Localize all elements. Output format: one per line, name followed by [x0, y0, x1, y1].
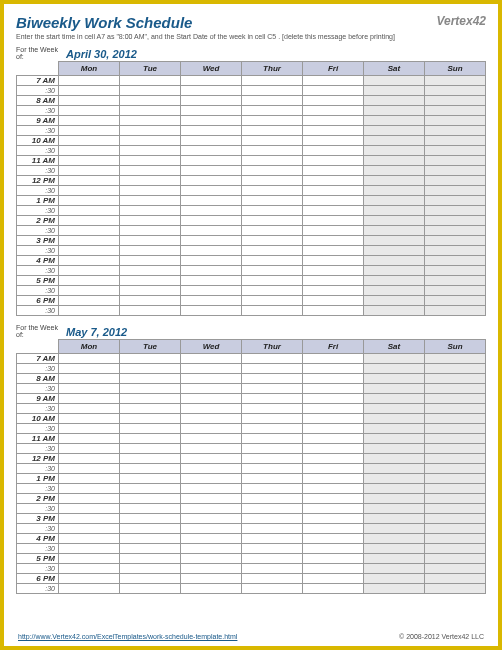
schedule-cell[interactable]	[181, 226, 242, 236]
schedule-cell[interactable]	[425, 86, 486, 96]
schedule-cell[interactable]	[364, 106, 425, 116]
schedule-cell[interactable]	[59, 554, 120, 564]
schedule-cell[interactable]	[303, 116, 364, 126]
schedule-cell[interactable]	[303, 136, 364, 146]
schedule-cell[interactable]	[425, 206, 486, 216]
schedule-cell[interactable]	[242, 196, 303, 206]
schedule-cell[interactable]	[425, 484, 486, 494]
schedule-cell[interactable]	[181, 434, 242, 444]
schedule-cell[interactable]	[303, 564, 364, 574]
schedule-cell[interactable]	[242, 434, 303, 444]
schedule-cell[interactable]	[181, 454, 242, 464]
schedule-cell[interactable]	[181, 474, 242, 484]
schedule-cell[interactable]	[181, 374, 242, 384]
schedule-cell[interactable]	[425, 394, 486, 404]
schedule-cell[interactable]	[181, 196, 242, 206]
schedule-cell[interactable]	[181, 286, 242, 296]
schedule-cell[interactable]	[181, 176, 242, 186]
schedule-cell[interactable]	[425, 146, 486, 156]
schedule-cell[interactable]	[242, 76, 303, 86]
schedule-cell[interactable]	[120, 186, 181, 196]
schedule-cell[interactable]	[425, 126, 486, 136]
schedule-cell[interactable]	[425, 296, 486, 306]
schedule-cell[interactable]	[181, 86, 242, 96]
schedule-cell[interactable]	[120, 544, 181, 554]
schedule-cell[interactable]	[303, 296, 364, 306]
schedule-cell[interactable]	[120, 106, 181, 116]
schedule-cell[interactable]	[181, 296, 242, 306]
schedule-cell[interactable]	[242, 176, 303, 186]
schedule-cell[interactable]	[242, 86, 303, 96]
schedule-cell[interactable]	[364, 116, 425, 126]
schedule-cell[interactable]	[181, 156, 242, 166]
schedule-cell[interactable]	[364, 574, 425, 584]
schedule-cell[interactable]	[242, 246, 303, 256]
schedule-cell[interactable]	[59, 256, 120, 266]
schedule-cell[interactable]	[181, 276, 242, 286]
schedule-cell[interactable]	[364, 196, 425, 206]
schedule-cell[interactable]	[425, 564, 486, 574]
schedule-cell[interactable]	[303, 474, 364, 484]
schedule-cell[interactable]	[242, 454, 303, 464]
schedule-cell[interactable]	[120, 76, 181, 86]
schedule-cell[interactable]	[303, 534, 364, 544]
schedule-cell[interactable]	[303, 96, 364, 106]
schedule-cell[interactable]	[425, 276, 486, 286]
schedule-cell[interactable]	[303, 276, 364, 286]
schedule-cell[interactable]	[120, 126, 181, 136]
schedule-cell[interactable]	[425, 96, 486, 106]
schedule-cell[interactable]	[242, 216, 303, 226]
schedule-cell[interactable]	[364, 584, 425, 594]
schedule-cell[interactable]	[364, 494, 425, 504]
schedule-cell[interactable]	[242, 544, 303, 554]
schedule-cell[interactable]	[303, 484, 364, 494]
schedule-cell[interactable]	[425, 196, 486, 206]
schedule-cell[interactable]	[364, 176, 425, 186]
schedule-cell[interactable]	[120, 156, 181, 166]
schedule-cell[interactable]	[59, 76, 120, 86]
schedule-cell[interactable]	[303, 156, 364, 166]
schedule-cell[interactable]	[59, 434, 120, 444]
schedule-cell[interactable]	[120, 534, 181, 544]
schedule-cell[interactable]	[181, 524, 242, 534]
schedule-cell[interactable]	[120, 86, 181, 96]
schedule-cell[interactable]	[364, 464, 425, 474]
schedule-cell[interactable]	[59, 394, 120, 404]
schedule-cell[interactable]	[425, 286, 486, 296]
schedule-cell[interactable]	[364, 524, 425, 534]
schedule-cell[interactable]	[120, 414, 181, 424]
schedule-cell[interactable]	[181, 484, 242, 494]
schedule-cell[interactable]	[59, 534, 120, 544]
schedule-cell[interactable]	[181, 544, 242, 554]
schedule-cell[interactable]	[425, 116, 486, 126]
schedule-cell[interactable]	[425, 374, 486, 384]
schedule-cell[interactable]	[59, 96, 120, 106]
schedule-cell[interactable]	[59, 146, 120, 156]
schedule-cell[interactable]	[59, 246, 120, 256]
schedule-cell[interactable]	[303, 444, 364, 454]
schedule-cell[interactable]	[242, 256, 303, 266]
schedule-cell[interactable]	[303, 374, 364, 384]
schedule-cell[interactable]	[181, 394, 242, 404]
schedule-cell[interactable]	[303, 394, 364, 404]
schedule-cell[interactable]	[425, 166, 486, 176]
schedule-cell[interactable]	[59, 186, 120, 196]
schedule-cell[interactable]	[242, 574, 303, 584]
schedule-cell[interactable]	[364, 364, 425, 374]
schedule-cell[interactable]	[59, 464, 120, 474]
schedule-cell[interactable]	[364, 504, 425, 514]
schedule-cell[interactable]	[425, 176, 486, 186]
schedule-cell[interactable]	[364, 354, 425, 364]
schedule-cell[interactable]	[425, 514, 486, 524]
schedule-cell[interactable]	[59, 226, 120, 236]
schedule-cell[interactable]	[303, 256, 364, 266]
schedule-cell[interactable]	[120, 504, 181, 514]
schedule-cell[interactable]	[303, 404, 364, 414]
schedule-cell[interactable]	[364, 146, 425, 156]
schedule-cell[interactable]	[303, 584, 364, 594]
schedule-cell[interactable]	[120, 484, 181, 494]
schedule-cell[interactable]	[242, 276, 303, 286]
schedule-cell[interactable]	[242, 584, 303, 594]
schedule-cell[interactable]	[425, 156, 486, 166]
schedule-cell[interactable]	[364, 454, 425, 464]
